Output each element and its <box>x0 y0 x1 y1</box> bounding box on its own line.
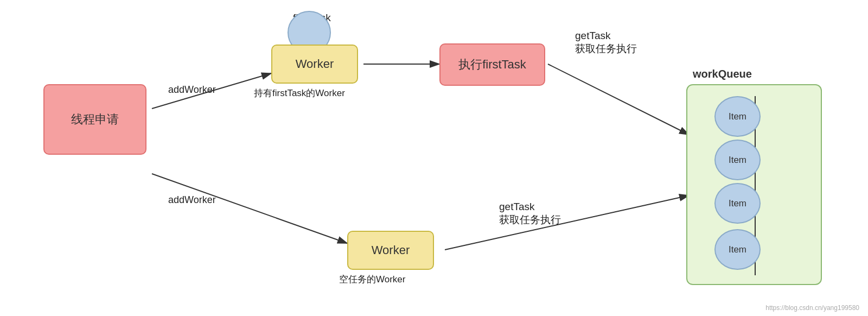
worker-empty-box: Worker <box>347 231 434 270</box>
execute-first-box: 执行firstTask <box>439 43 545 86</box>
worker-first-box: Worker <box>271 45 358 84</box>
workqueue-container: workQueue Item Item Item Item <box>686 84 822 285</box>
holding-worker-label: 持有firstTask的Worker <box>254 87 345 99</box>
item-circle-2: Item <box>714 140 761 180</box>
get-task-top-label: getTask 获取任务执行 <box>575 30 637 56</box>
svg-line-2 <box>152 174 347 243</box>
get-task-bottom-label: getTask 获取任务执行 <box>499 201 561 227</box>
item-circle-1: Item <box>714 96 761 137</box>
item-circle-3: Item <box>714 183 761 224</box>
watermark: https://blog.csdn.cn/yang199580 <box>765 304 859 312</box>
svg-line-4 <box>548 64 689 135</box>
diagram: 线程申请 firstTask Worker 持有firstTask的Worker… <box>0 0 868 316</box>
item-circle-4: Item <box>714 229 761 270</box>
workqueue-title: workQueue <box>693 68 752 80</box>
add-worker-bottom-label: addWorker <box>168 194 216 206</box>
empty-worker-label: 空任务的Worker <box>339 273 405 286</box>
add-worker-top-label: addWorker <box>168 84 216 96</box>
svg-line-5 <box>445 195 689 250</box>
thread-request-box: 线程申请 <box>43 84 146 155</box>
